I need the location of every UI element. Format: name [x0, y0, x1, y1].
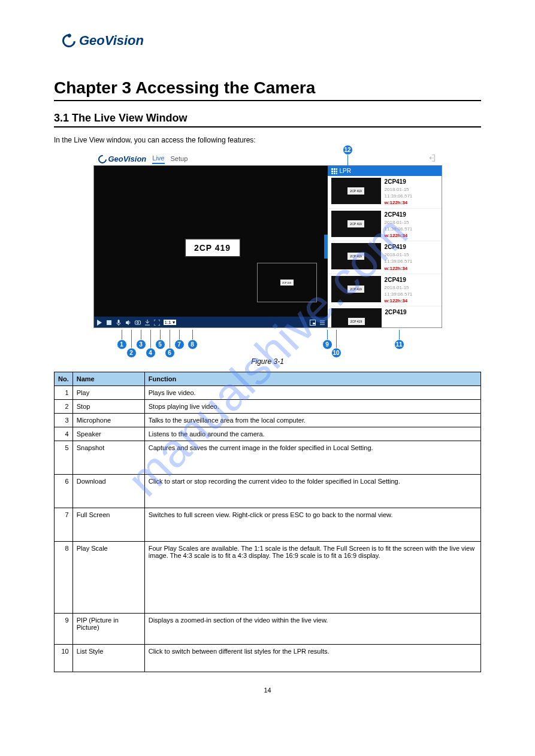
ui-body: 2CP 419 2CP 419 1:1 ▾ — [93, 165, 442, 328]
license-plate: 2CP 419 — [184, 238, 241, 258]
header-logo-text: GeoVision — [79, 33, 144, 48]
callout-bubble-8: 8 — [188, 339, 198, 350]
geovision-logo-icon — [60, 32, 78, 50]
mini-logo-text: GeoVision — [108, 154, 147, 163]
chapter-title: Chapter 3 Accessing the Camera — [54, 78, 481, 101]
table-row: 3MicrophoneTalks to the surveillance are… — [55, 414, 481, 427]
video-toolbar: 1:1 ▾ — [94, 317, 328, 327]
list-item[interactable]: 2CP 419 2CP419 2018-01-15 11:39:06.571 w… — [328, 209, 442, 242]
stop-icon[interactable] — [106, 319, 112, 325]
geovision-logo-icon — [96, 153, 108, 165]
lpr-thumbnail: 2CP 419 — [331, 276, 381, 302]
snapshot-icon[interactable] — [135, 319, 141, 325]
play-scale-select[interactable]: 1:1 ▾ — [164, 320, 176, 325]
pip-plate: 2CP 419 — [280, 280, 294, 286]
lpr-meta: 2CP419 2018-01-15 11:39:06.571 w:122h:34 — [385, 178, 438, 207]
lpr-meta: 2CP419 2018-01-15 11:39:06.571 w:122h:34 — [385, 276, 438, 305]
svg-rect-0 — [107, 320, 111, 325]
callout-leader — [150, 330, 151, 349]
lpr-meta: 2CP419 2018-01-15 11:39:06.571 w:122h:34 — [385, 211, 438, 239]
lpr-header: LPR — [328, 166, 442, 176]
callout-leader — [336, 330, 337, 349]
list-item[interactable]: 2CP 419 2CP419 2018-01-15 11:39:06.571 w… — [328, 274, 442, 307]
ui-top-bar: GeoVision Live Setup — [93, 150, 442, 165]
table-row: 8Play ScaleFour Play Scales are availabl… — [55, 542, 481, 614]
section-title: 3.1 The Live View Window — [54, 112, 481, 127]
table-row: 1PlayPlays live video. — [55, 386, 481, 400]
speaker-icon[interactable] — [125, 319, 131, 325]
table-row: 4SpeakerListens to the audio around the … — [55, 427, 481, 441]
table-row: 5SnapshotCaptures and saves the current … — [55, 441, 481, 475]
lpr-thumbnail: 2CP 419 — [331, 308, 382, 327]
callout-bubble-10: 10 — [331, 348, 341, 358]
lpr-header-label: LPR — [340, 168, 351, 174]
svg-rect-5 — [313, 323, 315, 324]
lpr-meta: 2CP419 2018-01-15 11:39:06.571 w:122h:34 — [385, 243, 438, 272]
lpr-results-panel: LPR 2CP 419 2CP419 2018-01-15 11:39:06.5… — [328, 166, 442, 327]
lpr-list: 2CP 419 2CP419 2018-01-15 11:39:06.571 w… — [328, 176, 442, 327]
table-header-no: No. — [55, 372, 73, 386]
play-icon[interactable] — [96, 319, 102, 325]
table-row: 9PIP (Picture in Picture)Displays a zoom… — [55, 614, 481, 645]
download-icon[interactable] — [144, 319, 150, 325]
tab-live[interactable]: Live — [152, 154, 164, 164]
table-header-func: Function — [144, 372, 480, 386]
lpr-thumbnail: 2CP 419 — [331, 243, 381, 269]
callout-leader — [131, 330, 132, 349]
callout-bubble-4: 4 — [146, 348, 156, 358]
callout-bubble-3: 3 — [136, 339, 146, 350]
grid-icon[interactable] — [331, 168, 337, 174]
callout-bubble-11: 11 — [394, 339, 404, 350]
svg-point-3 — [137, 322, 138, 324]
exit-icon[interactable] — [429, 154, 437, 164]
svg-rect-2 — [135, 321, 140, 324]
mini-logo: GeoVision — [98, 154, 147, 163]
fullscreen-icon[interactable] — [154, 319, 160, 325]
list-style-icon[interactable] — [319, 319, 325, 325]
list-item[interactable]: 2CP 419 2CP419 2018-01-15 11:39:06.571 w… — [328, 241, 442, 274]
table-row: 2StopStops playing live video. — [55, 400, 481, 414]
live-view-screenshot: GeoVision Live Setup 2CP 419 2CP 419 — [93, 150, 442, 354]
callout-bubble-9: 9 — [322, 339, 333, 350]
callout-bubble-5: 5 — [155, 339, 165, 350]
table-row: 10List StyleClick to switch between diff… — [55, 645, 481, 672]
callout-bubble-6: 6 — [165, 348, 175, 358]
tab-setup[interactable]: Setup — [171, 155, 188, 163]
svg-rect-1 — [117, 320, 119, 323]
lpr-thumbnail: 2CP 419 — [331, 211, 381, 237]
callout-bubble-7: 7 — [174, 339, 185, 350]
callout-bubble-12: 12 — [343, 145, 353, 155]
table-row: 7Full ScreenSwitches to full screen view… — [55, 508, 481, 542]
microphone-icon[interactable] — [116, 319, 122, 325]
intro-text: In the Live View window, you can access … — [54, 136, 481, 144]
callout-leader — [170, 330, 170, 349]
lpr-thumbnail: 2CP 419 — [331, 178, 381, 204]
page-number: 14 — [54, 687, 481, 694]
function-table: No. Name Function 1PlayPlays live video.… — [54, 372, 481, 672]
table-header-name: Name — [72, 372, 144, 386]
pip-box: 2CP 419 — [257, 263, 317, 302]
list-item[interactable]: 2CP 419 2CP419 2018-01-15 11:39:06.571 w… — [328, 176, 442, 209]
header-logo: GeoVision — [62, 33, 481, 48]
pip-icon[interactable] — [310, 319, 316, 325]
list-item[interactable]: 2CP 419 2CP419 — [328, 306, 442, 327]
table-row: 6DownloadClick to start or stop recordin… — [55, 475, 481, 508]
figure-container: GeoVision Live Setup 2CP 419 2CP 419 — [93, 150, 442, 354]
lpr-collapse-handle[interactable] — [324, 235, 328, 259]
figure-caption: Figure 3-1 — [54, 357, 481, 366]
callout-bubble-2: 2 — [126, 348, 137, 358]
lpr-meta: 2CP419 — [385, 308, 407, 327]
callout-bubble-1: 1 — [117, 339, 127, 350]
video-pane: 2CP 419 2CP 419 1:1 ▾ — [94, 166, 328, 327]
